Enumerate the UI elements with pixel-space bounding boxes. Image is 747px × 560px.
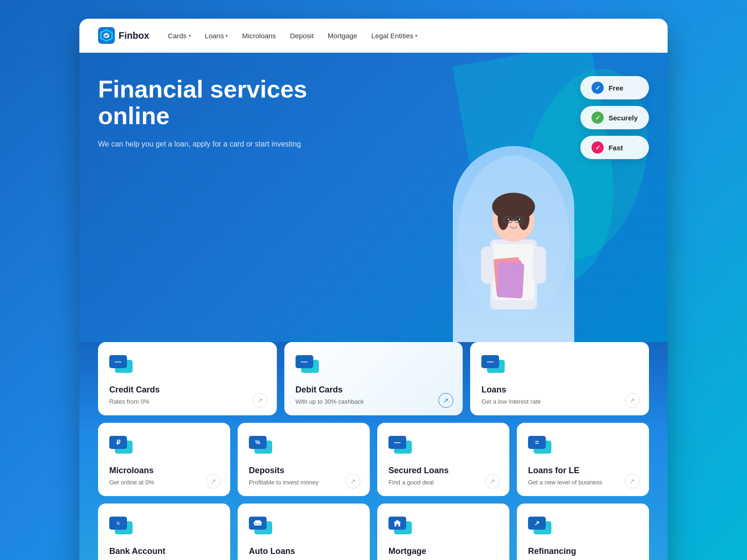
auto-loans-icon (249, 517, 275, 537)
secured-loans-desc: Find a good deal (388, 478, 498, 487)
credit-cards-desc: Rates from 0% (109, 398, 266, 406)
car-icon (253, 519, 262, 527)
service-card-loans[interactable]: — Loans Get a low interest rate ↗ (470, 342, 649, 415)
svg-point-9 (508, 219, 509, 220)
services-row-2: ₽ Microloans Get online at 0% ↗ % Deposi… (98, 423, 649, 496)
hero-subtitle: We can help you get a loan, apply for a … (98, 139, 341, 150)
nav-item-legal-entities[interactable]: Legal Entities ▾ (371, 32, 417, 40)
person-svg (453, 146, 574, 342)
navbar: Finbox Cards ▾ Loans ▾ Microloans Deposi… (79, 19, 668, 53)
nav-links: Cards ▾ Loans ▾ Microloans Deposit Mortg… (168, 32, 418, 40)
services-row-1: — Credit Cards Rates from 0% ↗ — Debit C… (98, 342, 649, 415)
deposits-title: Deposits (249, 466, 359, 476)
service-card-loans-le[interactable]: = Loans for LE Get a new level of busine… (517, 423, 649, 496)
refinancing-title: Refinancing (528, 546, 638, 556)
nav-item-microloans[interactable]: Microloans (242, 32, 276, 40)
badge-securely: ✓ Securely (580, 106, 649, 129)
loans-arrow[interactable]: ↗ (625, 393, 640, 408)
service-card-credit-cards[interactable]: — Credit Cards Rates from 0% ↗ (98, 342, 277, 415)
service-card-auto-loans[interactable]: Auto Loans Money for a dream car from 1% (238, 504, 370, 560)
service-card-secured-loans[interactable]: — Secured Loans Find a good deal ↗ (377, 423, 509, 496)
loans-icon: — (481, 355, 507, 376)
cards-grid-section: — Credit Cards Rates from 0% ↗ — Debit C… (79, 342, 668, 560)
house-icon (393, 519, 402, 527)
loans-le-icon: = (528, 436, 554, 456)
chevron-down-icon: ▾ (189, 33, 191, 38)
badge-fast: ✓ Fast (580, 136, 649, 159)
secured-loans-title: Secured Loans (388, 466, 498, 476)
badges-area: ✓ Free ✓ Securely ✓ Fast (580, 76, 649, 159)
nav-item-mortgage[interactable]: Mortgage (328, 32, 357, 40)
browser-window: Finbox Cards ▾ Loans ▾ Microloans Deposi… (79, 19, 668, 560)
service-card-refinancing[interactable]: ↗ Refinancing Reduce the loan payment (517, 504, 649, 560)
svg-point-10 (519, 219, 521, 220)
chevron-down-icon: ▾ (415, 33, 417, 38)
badge-free-icon: ✓ (592, 82, 604, 94)
service-card-bank-account[interactable]: ≡ Bank Account Open an account for free (98, 504, 230, 560)
services-row-3: ≡ Bank Account Open an account for free … (98, 504, 649, 560)
mortgage-icon (388, 517, 415, 537)
hero-content: Financial services online We can help yo… (98, 76, 341, 150)
svg-rect-15 (481, 246, 494, 284)
microloans-title: Microloans (109, 466, 219, 476)
nav-item-loans[interactable]: Loans ▾ (205, 32, 228, 40)
service-card-deposits[interactable]: % Deposits Profitable to invest money ↗ (238, 423, 370, 496)
loans-desc: Get a low interest rate (481, 398, 638, 406)
debit-cards-icon: — (296, 355, 322, 376)
badge-fast-icon: ✓ (592, 141, 604, 154)
debit-cards-desc: With up to 30% cashback (296, 398, 452, 406)
credit-cards-icon: — (109, 355, 135, 376)
mortgage-title: Mortgage (388, 546, 498, 556)
service-card-mortgage[interactable]: Mortgage Low-rate offers (377, 504, 509, 560)
logo[interactable]: Finbox (98, 27, 149, 44)
service-card-microloans[interactable]: ₽ Microloans Get online at 0% ↗ (98, 423, 230, 496)
auto-loans-title: Auto Loans (249, 546, 359, 556)
svg-rect-16 (533, 246, 546, 284)
hero-person-image (453, 146, 574, 342)
nav-item-cards[interactable]: Cards ▾ (168, 32, 191, 40)
microloans-icon: ₽ (109, 436, 135, 456)
logo-icon (98, 27, 115, 44)
refinancing-icon: ↗ (528, 517, 554, 537)
microloans-desc: Get online at 0% (109, 478, 219, 487)
logo-text: Finbox (119, 30, 149, 41)
deposits-icon: % (249, 436, 275, 456)
loans-title: Loans (481, 385, 638, 395)
nav-item-deposit[interactable]: Deposit (290, 32, 314, 40)
bank-account-icon: ≡ (109, 517, 135, 537)
loans-le-title: Loans for LE (528, 466, 638, 476)
hero-title: Financial services online (98, 76, 341, 129)
debit-cards-title: Debit Cards (296, 385, 452, 395)
secured-loans-icon: — (388, 436, 415, 456)
hero-section: ✓ Free ✓ Securely ✓ Fast (79, 53, 668, 342)
credit-cards-title: Credit Cards (109, 385, 266, 395)
service-card-debit-cards[interactable]: — Debit Cards With up to 30% cashback ↗ (284, 342, 463, 415)
bank-account-title: Bank Account (109, 546, 219, 556)
badge-free: ✓ Free (580, 76, 649, 99)
loans-le-desc: Get a new level of business (528, 478, 638, 487)
deposits-desc: Profitable to invest money (249, 478, 359, 487)
credit-cards-arrow[interactable]: ↗ (253, 393, 268, 408)
svg-rect-19 (497, 262, 524, 299)
badge-securely-icon: ✓ (592, 112, 604, 124)
chevron-down-icon: ▾ (226, 33, 228, 38)
